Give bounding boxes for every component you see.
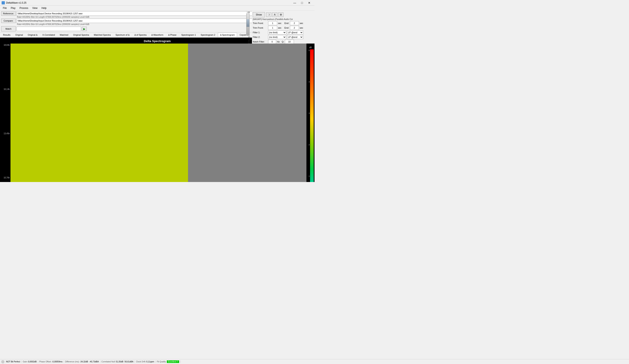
scale-label-1t: 1 [307,175,310,177]
scale-label-4t: 4 [307,81,310,83]
tab-original-spectra[interactable]: Original Spectra [71,33,91,37]
tab-delta-waveform[interactable]: Δ Waveform [149,33,166,37]
person-icon[interactable]: A [272,12,277,17]
menu-view[interactable]: View [30,6,39,10]
db-meter: +dB 10 0 40 50 60 [246,11,250,38]
maximize-button[interactable]: □ [298,0,306,6]
color-gradient-bar [310,49,314,182]
tab-spectrum-of-delta[interactable]: Spectrum of Δ [113,33,132,37]
spectrogram-active-region [10,44,188,182]
green-play-button[interactable]: ▶ [82,27,87,31]
output-device: [WASAPI] Haut-parleurs (Parallels Audio … [253,18,314,20]
menu-file[interactable]: File [1,6,9,10]
tab-delta-of-spectra[interactable]: Δ of Spectra [132,33,149,37]
notch-hz-input[interactable] [268,40,276,44]
match-input[interactable] [16,27,81,31]
compare-file-input[interactable]: \\Mac\Home\Desktop\Input Device Recordin… [16,18,292,23]
scale-label-3t: 3 [307,112,310,114]
y-label-1: 16,14k [1,88,10,90]
filter-1-row: Filter 1: (no limit) LP @end [253,30,314,34]
trim-front-2-input[interactable] [268,26,277,30]
y-axis: 18,84k 16,14k 13,45k 10,76k 8,07k 5,38k … [0,44,10,182]
content: Delta Spectrogram 18,84k 16,14k 13,45k 1… [0,38,314,182]
menu-play[interactable]: Play [9,6,17,10]
spectrogram-background [10,44,307,182]
minimize-button[interactable]: — [291,0,298,6]
color-scale: 5 4 3 2 1 1 2 3 4 5 [307,49,314,182]
color-scale-container: dB 5 4 3 2 1 1 2 3 4 5 [307,44,314,182]
tab-x-correlated[interactable]: X-Correlated [40,33,57,37]
notch-q-input[interactable] [285,40,294,44]
scale-label-5t: 5 [307,49,310,51]
trim-front-1-row: Trim Front: sec End: sec [253,21,314,25]
tab-original[interactable]: Original [13,33,25,37]
spectrogram-plot[interactable] [10,44,307,182]
tab-results[interactable]: Results [1,33,13,37]
tab-matched[interactable]: Matched [57,33,70,37]
scale-value-labels: 5 4 3 2 1 1 2 3 4 5 [307,49,310,182]
scale-label-2t: 2 [307,144,310,146]
close-button[interactable]: ✕ [306,0,313,6]
chart-area: 18,84k 16,14k 13,45k 10,76k 8,07k 5,38k … [0,44,314,182]
app: DeltaWave v1.0.25 — □ ✕ File Play Proces… [0,0,314,182]
db-scale-label: dB [309,46,312,49]
match-button[interactable]: Match [1,26,16,31]
toolbar-area: Reference: \\Mac\Home\Desktop\Input Devi… [0,10,314,32]
menubar: File Play Process View Help [0,6,314,10]
tab-delta-spectrogram[interactable]: Δ Spectrogram [218,33,237,37]
show-button[interactable]: Show [253,12,265,17]
trim-front-1-input[interactable] [268,21,277,25]
filter-1-select2[interactable]: LP @end [287,30,303,34]
titlebar: DeltaWave v1.0.25 — □ ✕ [0,0,314,6]
notch-filter-row: Notch Filter: Hz Q: [253,40,314,44]
menu-process[interactable]: Process [17,6,30,10]
reference-file-input[interactable]: \\Mac\Home\Desktop\Input Device Recordin… [16,11,292,16]
tab-delta-phase[interactable]: Δ Phase [166,33,179,37]
tab-original-delta[interactable]: Original Δ [26,33,40,37]
trim-end-1-input[interactable] [290,21,299,25]
filter-1-select1[interactable]: (no limit) [268,30,286,34]
y-label-2: 13,45k [1,132,10,135]
tab-spectrogram1[interactable]: Spectrogram 1 [179,33,198,37]
menu-help[interactable]: Help [39,6,49,10]
moon-icon[interactable]: ☽ [266,12,271,17]
chart-body: 18,84k 16,14k 13,45k 10,76k 8,07k 5,38k … [0,44,307,182]
filter-2-row: Filter 2: (no limit) LP @end [253,35,314,39]
tab-spectrogram2[interactable]: Spectrogram 2 [198,33,217,37]
filter-2-select2[interactable]: LP @end [287,35,303,39]
trim-end-2-input[interactable] [290,26,299,30]
tab-matched-spectra[interactable]: Matched Spectra [92,33,113,37]
trim-front-2-row: Trim Front: sec End: sec [253,26,314,30]
window-controls: — □ ✕ [291,0,313,6]
filter-2-select1[interactable]: (no limit) [268,35,286,39]
compare-label[interactable]: Compare: [1,18,16,23]
gear-icon[interactable]: ⚙ [278,12,284,17]
app-icon [1,1,5,4]
y-label-3: 10,76k [1,177,10,179]
spectrogram-inactive-region [188,44,307,182]
chart-inner: 18,84k 16,14k 13,45k 10,76k 8,07k 5,38k … [0,44,307,182]
app-title: DeltaWave v1.0.25 [6,1,291,4]
y-label-0: 18,84k [1,44,10,46]
reference-label[interactable]: Reference: [1,11,16,16]
